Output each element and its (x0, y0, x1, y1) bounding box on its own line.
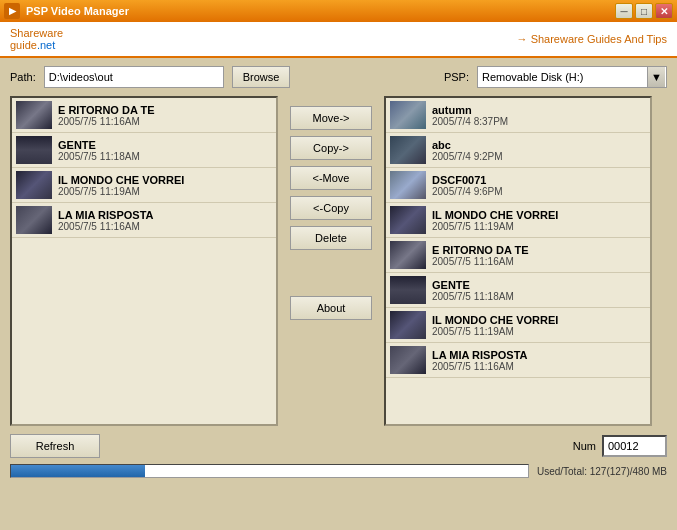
close-button[interactable]: ✕ (655, 3, 673, 19)
file-thumbnail (390, 311, 426, 339)
bottom-row: Refresh Num (10, 434, 667, 458)
title-bar: ▶ PSP Video Manager ─ □ ✕ (0, 0, 677, 22)
maximize-button[interactable]: □ (635, 3, 653, 19)
about-button[interactable]: About (290, 296, 372, 320)
delete-button[interactable]: Delete (290, 226, 372, 250)
file-date: 2005/7/5 11:18AM (432, 291, 514, 302)
progress-bar-fill (11, 465, 145, 477)
browse-button[interactable]: Browse (232, 66, 291, 88)
list-item[interactable]: E RITORNO DA TE 2005/7/5 11:16AM (386, 238, 650, 273)
logo-shareware: Shareware (10, 27, 63, 39)
copy-left-button[interactable]: <-Copy (290, 196, 372, 220)
list-item[interactable]: GENTE 2005/7/5 11:18AM (386, 273, 650, 308)
file-date: 2005/7/5 11:19AM (58, 186, 184, 197)
num-section: Num (573, 435, 667, 457)
file-name: GENTE (432, 279, 514, 291)
logo: Shareware guide.net (10, 27, 63, 51)
list-item[interactable]: IL MONDO CHE VORREI 2005/7/5 11:19AM (12, 168, 276, 203)
file-date: 2005/7/5 11:16AM (58, 116, 155, 127)
file-thumbnail (390, 136, 426, 164)
list-item[interactable]: IL MONDO CHE VORREI 2005/7/5 11:19AM (386, 308, 650, 343)
disk-select[interactable]: Removable Disk (H:) (477, 66, 667, 88)
file-name: abc (432, 139, 503, 151)
file-thumbnail (390, 206, 426, 234)
logo-guide: guide (10, 39, 37, 51)
path-label: Path: (10, 71, 36, 83)
file-date: 2005/7/4 8:37PM (432, 116, 508, 127)
file-date: 2005/7/5 11:16AM (432, 256, 529, 267)
file-thumbnail (16, 206, 52, 234)
file-thumbnail (390, 171, 426, 199)
path-row: Path: Browse PSP: Removable Disk (H:) ▼ (10, 66, 667, 88)
file-date: 2005/7/4 9:6PM (432, 186, 503, 197)
file-name: IL MONDO CHE VORREI (432, 314, 558, 326)
file-name: E RITORNO DA TE (58, 104, 155, 116)
file-date: 2005/7/5 11:16AM (58, 221, 154, 232)
move-left-button[interactable]: <-Move (290, 166, 372, 190)
used-total-label: Used/Total: 127(127)/480 MB (537, 466, 667, 477)
list-item[interactable]: DSCF0071 2005/7/4 9:6PM (386, 168, 650, 203)
file-name: IL MONDO CHE VORREI (58, 174, 184, 186)
num-input[interactable] (602, 435, 667, 457)
path-input[interactable] (44, 66, 224, 88)
file-date: 2005/7/4 9:2PM (432, 151, 503, 162)
psp-label: PSP: (444, 71, 469, 83)
file-date: 2005/7/5 11:18AM (58, 151, 140, 162)
file-thumbnail (16, 171, 52, 199)
list-item[interactable]: LA MIA RISPOSTA 2005/7/5 11:16AM (12, 203, 276, 238)
progress-bar-container (10, 464, 529, 478)
file-name: GENTE (58, 139, 140, 151)
file-name: E RITORNO DA TE (432, 244, 529, 256)
file-thumbnail (390, 346, 426, 374)
minimize-button[interactable]: ─ (615, 3, 633, 19)
file-thumbnail (390, 241, 426, 269)
left-file-panel[interactable]: E RITORNO DA TE 2005/7/5 11:16AM GENTE 2… (10, 96, 278, 426)
psp-section: PSP: Removable Disk (H:) ▼ (444, 66, 667, 88)
file-thumbnail (16, 101, 52, 129)
file-thumbnail (390, 276, 426, 304)
file-name: autumn (432, 104, 508, 116)
file-name: IL MONDO CHE VORREI (432, 209, 558, 221)
app-icon: ▶ (4, 3, 20, 19)
list-item[interactable]: abc 2005/7/4 9:2PM (386, 133, 650, 168)
logo-bar: Shareware guide.net → Shareware Guides A… (0, 22, 677, 58)
file-name: DSCF0071 (432, 174, 503, 186)
file-date: 2005/7/5 11:16AM (432, 361, 528, 372)
list-item[interactable]: IL MONDO CHE VORREI 2005/7/5 11:19AM (386, 203, 650, 238)
file-name: LA MIA RISPOSTA (58, 209, 154, 221)
list-item[interactable]: LA MIA RISPOSTA 2005/7/5 11:16AM (386, 343, 650, 378)
file-thumbnail (16, 136, 52, 164)
list-item[interactable]: GENTE 2005/7/5 11:18AM (12, 133, 276, 168)
window-controls: ─ □ ✕ (615, 3, 673, 19)
refresh-button[interactable]: Refresh (10, 434, 100, 458)
file-date: 2005/7/5 11:19AM (432, 221, 558, 232)
move-right-button[interactable]: Move-> (290, 106, 372, 130)
middle-buttons: Move-> Copy-> <-Move <-Copy Delete About (286, 96, 376, 320)
copy-right-button[interactable]: Copy-> (290, 136, 372, 160)
progress-area: Used/Total: 127(127)/480 MB (10, 464, 667, 478)
list-item[interactable]: E RITORNO DA TE 2005/7/5 11:16AM (12, 98, 276, 133)
logo-net: .net (37, 39, 55, 51)
file-date: 2005/7/5 11:19AM (432, 326, 558, 337)
right-file-panel[interactable]: autumn 2005/7/4 8:37PM abc 2005/7/4 9:2P… (384, 96, 652, 426)
list-item[interactable]: autumn 2005/7/4 8:37PM (386, 98, 650, 133)
panels-row: E RITORNO DA TE 2005/7/5 11:16AM GENTE 2… (10, 96, 667, 426)
file-name: LA MIA RISPOSTA (432, 349, 528, 361)
num-label: Num (573, 440, 596, 452)
file-thumbnail (390, 101, 426, 129)
app-title: PSP Video Manager (26, 5, 129, 17)
main-content: Path: Browse PSP: Removable Disk (H:) ▼ … (0, 58, 677, 486)
disk-select-wrapper: Removable Disk (H:) ▼ (477, 66, 667, 88)
shareware-link[interactable]: → Shareware Guides And Tips (517, 33, 667, 45)
